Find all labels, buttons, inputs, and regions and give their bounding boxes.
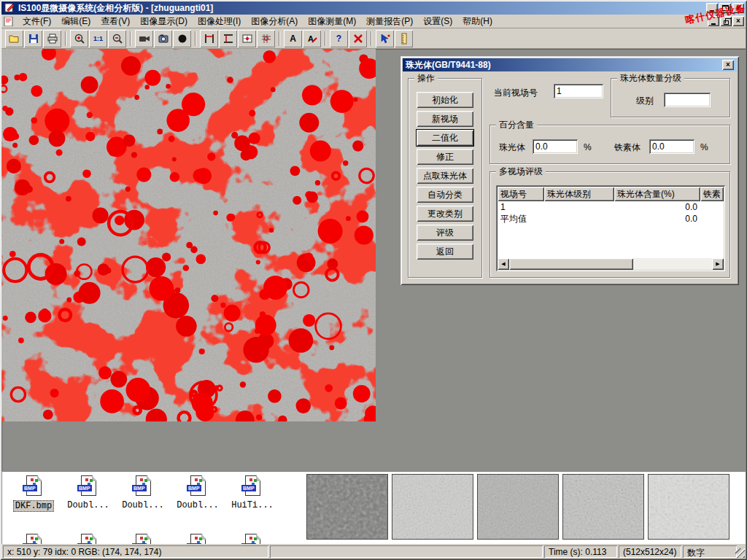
file-item-clipped[interactable]: BMP <box>117 534 169 544</box>
title-bar: IS100显微摄像系统(金相分析版) - [zhuguangti01] × <box>1 1 746 15</box>
file-item-clipped[interactable]: BMP <box>171 534 224 544</box>
file-item[interactable]: BMP Doubl... <box>62 475 115 510</box>
measure-grid-button[interactable] <box>238 30 256 47</box>
menu-image-measure[interactable]: 图像测量(M) <box>303 14 361 29</box>
bmp-file-icon: BMP <box>23 475 44 499</box>
return-button[interactable]: 返回 <box>417 244 473 260</box>
cell-grade <box>544 213 614 225</box>
metallograph-image[interactable] <box>1 49 376 421</box>
ruler-button[interactable] <box>395 30 413 47</box>
menu-view[interactable]: 查看(V) <box>96 14 135 29</box>
scrollbar-track[interactable] <box>633 258 712 270</box>
help-icon: ? <box>336 34 341 44</box>
dialog-close-button[interactable]: × <box>722 60 734 70</box>
menu-edit[interactable]: 编辑(E) <box>56 14 96 29</box>
change-class-button[interactable]: 更改类别 <box>417 206 473 222</box>
scroll-left-button[interactable]: ◀ <box>498 258 509 270</box>
status-bar: x: 510 y: 79 idx: 0 RGB: (174, 174, 174)… <box>1 544 746 559</box>
toolbar-separator <box>130 31 131 46</box>
file-name[interactable]: DKF.bmp <box>13 500 54 512</box>
save-button[interactable] <box>24 30 42 47</box>
auto-classify-button[interactable]: 自动分类 <box>417 187 473 203</box>
print-button[interactable] <box>43 30 61 47</box>
zoom-in-button[interactable] <box>70 30 88 47</box>
new-field-button[interactable]: 新视场 <box>417 111 473 127</box>
thumbnail-1[interactable] <box>306 474 388 540</box>
file-name[interactable]: Doubl... <box>66 500 111 510</box>
header-grade[interactable]: 珠光体级别 <box>544 187 614 201</box>
status-spacer <box>270 545 543 558</box>
help-button[interactable]: ? <box>330 30 348 47</box>
table-row[interactable]: 1 0.0 <box>498 201 724 213</box>
menu-help[interactable]: 帮助(H) <box>457 14 498 29</box>
bmp-file-icon: BMP <box>241 475 263 499</box>
resize-grip[interactable] <box>735 548 745 558</box>
actual-size-button[interactable]: 1:1 <box>89 30 107 47</box>
thumbnail-5[interactable] <box>648 474 729 540</box>
scroll-right-button[interactable]: ▶ <box>712 258 724 270</box>
file-item-clipped[interactable]: BMP <box>226 534 279 544</box>
video-camera-button[interactable] <box>135 30 153 47</box>
actual-size-icon: 1:1 <box>93 35 103 42</box>
app-icon <box>4 3 15 13</box>
caliper-a-button[interactable] <box>200 30 218 47</box>
dialog-title-bar[interactable]: 珠光体(GB/T9441-88) × <box>403 58 737 71</box>
bmp-badge: BMP <box>187 485 201 491</box>
table-row[interactable]: 平均值 0.0 <box>498 213 724 225</box>
bmp-badge: BMP <box>23 485 37 491</box>
grid-crosshair-button[interactable] <box>257 30 275 47</box>
open-button[interactable] <box>5 30 23 47</box>
current-field-input[interactable] <box>554 84 603 98</box>
menu-image-analysis[interactable]: 图像分析(A) <box>246 14 303 29</box>
file-name[interactable]: Doubl... <box>175 500 220 510</box>
pointer-measure-button[interactable] <box>376 30 394 47</box>
file-item[interactable]: BMP DKF.bmp <box>7 475 60 512</box>
file-name[interactable]: HuiTi... <box>230 500 275 510</box>
bmp-file-icon: BMP <box>77 475 99 499</box>
menu-settings[interactable]: 设置(S) <box>418 14 457 29</box>
snapshot-camera-button[interactable] <box>154 30 172 47</box>
pearlite-percent-input[interactable] <box>533 139 578 154</box>
level-label: 级别 <box>636 95 654 106</box>
caliper-b-button[interactable] <box>219 30 237 47</box>
file-name[interactable]: Doubl... <box>120 500 166 510</box>
file-item-clipped[interactable]: BMP <box>62 534 115 544</box>
annotate-edit-button[interactable]: A <box>303 30 321 47</box>
header-field-no[interactable]: 视场号 <box>498 187 544 201</box>
bmp-file-icon: BMP <box>23 534 44 544</box>
scroll-left-icon: ◀ <box>501 261 505 267</box>
ferrite-percent-input[interactable] <box>649 139 694 154</box>
file-item[interactable]: BMP Doubl... <box>117 475 169 510</box>
thumbnail-2[interactable] <box>392 474 473 540</box>
mdi-workspace: 珠光体(GB/T9441-88) × 操作 初始化 新视场 二值化 修正 点取珠… <box>1 49 746 471</box>
pick-pearlite-button[interactable]: 点取珠光体 <box>417 168 473 184</box>
thumbnail-4[interactable] <box>562 474 644 540</box>
scrollbar-thumb[interactable] <box>509 258 633 270</box>
thumbnail-3[interactable] <box>477 474 559 540</box>
bmp-badge: BMP <box>241 485 256 491</box>
menu-file[interactable]: 文件(F) <box>18 14 56 29</box>
header-ferrite[interactable]: 铁素 <box>700 187 724 201</box>
delete-measure-button[interactable] <box>349 30 367 47</box>
annotate-text-button[interactable]: A <box>284 30 302 47</box>
menu-image-display[interactable]: 图像显示(D) <box>135 14 193 29</box>
level-input[interactable] <box>664 93 711 107</box>
zoom-out-button[interactable] <box>108 30 126 47</box>
file-item-clipped[interactable]: BMP <box>7 534 60 544</box>
cell-content: 0.0 <box>614 201 700 213</box>
caliper-horizontal-icon <box>222 33 234 44</box>
mdi-close-button[interactable]: × <box>732 16 744 26</box>
binarize-button[interactable]: 二值化 <box>417 130 473 146</box>
measure-grid-icon <box>241 33 253 44</box>
capture-target-button[interactable] <box>173 30 191 47</box>
header-content[interactable]: 珠光体含量(%) <box>614 187 700 201</box>
menu-measure-report[interactable]: 测量报告(P) <box>361 14 418 29</box>
file-item[interactable]: BMP HuiTi... <box>226 475 279 510</box>
file-item[interactable]: BMP Doubl... <box>171 475 224 510</box>
menu-image-process[interactable]: 图像处理(I) <box>193 14 246 29</box>
rate-button[interactable]: 评级 <box>417 225 473 241</box>
mdi-document-icon[interactable] <box>4 17 15 26</box>
correct-button[interactable]: 修正 <box>417 149 473 165</box>
initialize-button[interactable]: 初始化 <box>417 92 473 108</box>
camera-icon <box>158 33 169 44</box>
